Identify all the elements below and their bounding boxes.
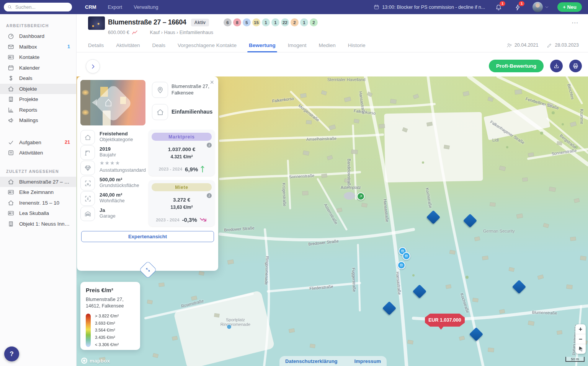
calendar-icon bbox=[374, 4, 379, 10]
new-button[interactable]: + Neu bbox=[557, 2, 582, 12]
sidebar-item-deals[interactable]: Deals bbox=[0, 73, 76, 84]
detail-value: Freistehend bbox=[100, 131, 128, 137]
trend-period: 2023 - 2024 bbox=[159, 167, 182, 171]
count-badge[interactable]: 5 bbox=[243, 18, 251, 26]
photo-detail bbox=[80, 80, 90, 125]
property-title-row: Blumenstraße 27 – 16604 Aktiv 6 8 5 15 1… bbox=[108, 18, 318, 26]
zoom-in-button[interactable]: + bbox=[575, 324, 586, 334]
download-icon bbox=[553, 63, 560, 69]
collapse-panel-button[interactable] bbox=[86, 59, 100, 73]
map-scale: 50 m bbox=[565, 357, 585, 362]
tab-bewertung[interactable]: Bewertung bbox=[249, 38, 276, 52]
count-badge[interactable]: 22 bbox=[281, 18, 289, 26]
menu-verwaltung[interactable]: Verwaltung bbox=[134, 4, 158, 10]
property-photo[interactable]: ⌂ bbox=[80, 80, 145, 125]
sidebar-item-mailings[interactable]: Mailings bbox=[0, 115, 76, 126]
poi-marker[interactable] bbox=[227, 324, 232, 329]
notifications-button[interactable]: 1 bbox=[494, 3, 503, 11]
recent-item-0[interactable]: Blumenstraße 27 – 166... bbox=[0, 177, 76, 187]
sidebar-item-aktivitaeten[interactable]: Aktivitäten bbox=[0, 148, 76, 158]
house-icon bbox=[8, 86, 14, 92]
tab-details[interactable]: Details bbox=[88, 38, 104, 52]
sidebar-item-kalender[interactable]: Kalender bbox=[0, 63, 76, 73]
recent-item-4[interactable]: Objekt 1: Neuss Innenst... bbox=[0, 219, 76, 229]
transit-stop-marker[interactable] bbox=[397, 261, 405, 269]
sidebar-item-aufgaben[interactable]: Aufgaben21 bbox=[0, 137, 76, 148]
download-button[interactable] bbox=[550, 60, 563, 72]
detail-tile bbox=[80, 130, 95, 145]
mapbox-logo[interactable]: mapbox bbox=[81, 358, 110, 364]
recent-item-3[interactable]: Lea Skuballa bbox=[0, 208, 76, 219]
count-badge[interactable]: 2 bbox=[291, 18, 299, 26]
sidebar-item-kontakte[interactable]: Kontakte bbox=[0, 52, 76, 63]
status-badge: Aktiv bbox=[191, 19, 209, 26]
detail-label: Objektkategorie bbox=[100, 137, 133, 142]
sidebar-item-reports[interactable]: Reports bbox=[0, 105, 76, 115]
recent-item-2[interactable]: Irenenstr. 15 – 10 bbox=[0, 198, 76, 208]
print-button[interactable] bbox=[569, 60, 582, 72]
page-title: Blumenstraße 27 – 16604 bbox=[108, 18, 186, 26]
tab-vorgeschlagene-kontakte[interactable]: Vorgeschlagene Kontakte bbox=[178, 38, 237, 52]
property-thumbnail[interactable] bbox=[88, 16, 105, 30]
activity-flash-button[interactable]: 1 bbox=[513, 3, 522, 11]
detail-tile bbox=[80, 161, 95, 175]
avatar bbox=[532, 2, 543, 12]
legend-gradient-bar bbox=[86, 314, 91, 347]
menu-export[interactable]: Export bbox=[108, 4, 122, 10]
count-badge[interactable]: 1 bbox=[271, 18, 279, 26]
tab-medien[interactable]: Medien bbox=[318, 38, 335, 52]
menu-crm[interactable]: CRM bbox=[85, 4, 96, 10]
tab-deals[interactable]: Deals bbox=[152, 38, 166, 52]
tab-historie[interactable]: Historie bbox=[348, 38, 366, 52]
legend-value: 3.693 €/m² bbox=[95, 321, 119, 325]
zoom-out-button[interactable]: − bbox=[575, 334, 586, 344]
green-poi-marker[interactable] bbox=[357, 192, 365, 200]
bus-icon bbox=[405, 254, 408, 258]
user-menu[interactable] bbox=[532, 2, 549, 12]
sidebar-section-recent: ZULETZT ANGESEHEN bbox=[6, 169, 70, 174]
search-icon bbox=[7, 5, 12, 10]
sidebar-item-dashboard[interactable]: Dashboard bbox=[0, 31, 76, 42]
privacy-link[interactable]: Datenschutzerklärung bbox=[285, 358, 338, 364]
compass-button[interactable] bbox=[575, 344, 586, 354]
detail-label: Grundstücksfläche bbox=[100, 183, 139, 188]
tab-aktivitaeten[interactable]: Aktivitäten bbox=[116, 38, 140, 52]
count-badge[interactable]: 8 bbox=[233, 18, 241, 26]
count-badge[interactable]: 1 bbox=[300, 18, 308, 26]
sidebar-section-workspace: ARBEITSBEREICH bbox=[6, 23, 70, 28]
count-badge[interactable]: 1 bbox=[262, 18, 270, 26]
price-marker[interactable]: EUR 1.037.000 bbox=[425, 314, 465, 327]
contact-card-icon bbox=[8, 189, 14, 195]
detail-value: 240,00 m² bbox=[100, 192, 122, 198]
legend-value: > 3.822 €/m² bbox=[95, 314, 119, 318]
help-button[interactable]: ? bbox=[4, 346, 19, 361]
gauge-icon bbox=[8, 33, 14, 39]
sidebar-item-objekte[interactable]: Objekte bbox=[0, 84, 76, 94]
impressum-link[interactable]: Impressum bbox=[354, 358, 381, 364]
detail-value: Ja bbox=[100, 207, 105, 213]
transit-stop-marker[interactable] bbox=[402, 252, 410, 260]
sidebar: ARBEITSBEREICH Dashboard Mailbox1 Kontak… bbox=[0, 14, 77, 366]
legend-value: < 3.306 €/m² bbox=[95, 342, 119, 347]
market-price-card: Marktpreis i 1.037.000 € 4.321 €/m² 2023… bbox=[149, 130, 215, 176]
person-plus-icon bbox=[506, 42, 512, 48]
recent-item-1[interactable]: Elke Zeimnann bbox=[0, 187, 76, 198]
count-badge[interactable]: 6 bbox=[224, 18, 232, 26]
place-label: German Security bbox=[483, 229, 515, 233]
search-input[interactable] bbox=[15, 4, 69, 10]
map-canvas[interactable]: Falkenkorso Morgenstraße Falkenkorso Feh… bbox=[77, 76, 588, 366]
expertenansicht-button[interactable]: Expertenansicht bbox=[81, 231, 214, 242]
detail-label: Garage bbox=[100, 213, 116, 219]
building-icon bbox=[8, 96, 14, 102]
sidebar-item-mailbox[interactable]: Mailbox1 bbox=[0, 42, 76, 52]
contact-card-icon bbox=[8, 210, 14, 216]
count-badge[interactable]: 2 bbox=[310, 18, 318, 26]
count-badge[interactable]: 15 bbox=[252, 18, 260, 26]
sidebar-item-projekte[interactable]: Projekte bbox=[0, 94, 76, 105]
detail-label: Ausstattungsstandard bbox=[100, 168, 146, 173]
profi-bewertung-button[interactable]: Profi-Bewertung bbox=[489, 60, 544, 72]
tab-imogent[interactable]: Imogent bbox=[288, 38, 307, 52]
calendar-event-banner[interactable]: 13:00: Blocker for PS commission - decli… bbox=[374, 4, 485, 10]
overflow-menu[interactable]: ⋯ bbox=[572, 19, 578, 27]
global-search[interactable] bbox=[4, 3, 72, 11]
